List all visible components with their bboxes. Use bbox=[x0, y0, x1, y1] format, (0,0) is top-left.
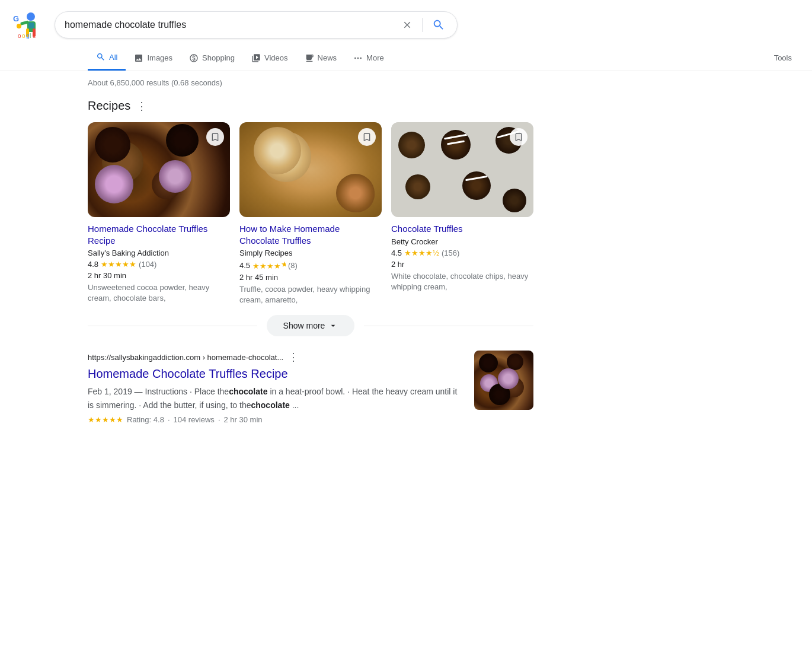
recipes-title: Recipes bbox=[88, 99, 130, 113]
recipe-3-stars: ★★★★½ bbox=[404, 249, 439, 257]
news-tab-icon bbox=[305, 53, 314, 63]
recipe-cards: Homemade Chocolate Truffles Recipe Sally… bbox=[88, 122, 533, 305]
more-tab-icon bbox=[353, 53, 363, 63]
organic-result-1: https://sallysbakingaddiction.com › home… bbox=[88, 351, 533, 424]
recipe-2-review-count: (8) bbox=[288, 261, 298, 270]
tools-button[interactable]: Tools bbox=[766, 46, 800, 69]
recipe-card-1-title[interactable]: Homemade Chocolate Truffles Recipe bbox=[88, 223, 230, 246]
result-snippet-bold2: chocolate bbox=[251, 400, 289, 410]
search-divider bbox=[422, 18, 423, 32]
svg-text:e: e bbox=[33, 33, 36, 39]
recipe-card-2-title[interactable]: How to Make Homemade Chocolate Truffles bbox=[239, 223, 382, 246]
bookmark-btn-2[interactable] bbox=[358, 128, 376, 146]
svg-point-0 bbox=[27, 12, 35, 21]
recipe-3-rating-number: 4.5 bbox=[391, 249, 402, 257]
svg-text:G: G bbox=[13, 14, 19, 23]
svg-text:o: o bbox=[22, 33, 25, 39]
recipe-card-1[interactable]: Homemade Chocolate Truffles Recipe Sally… bbox=[88, 122, 230, 305]
svg-text:o: o bbox=[18, 33, 21, 39]
recipe-card-1-time: 2 hr 30 min bbox=[88, 271, 230, 280]
recipe-card-2-source: Simply Recipes bbox=[239, 249, 382, 257]
shopping-tab-icon bbox=[189, 53, 199, 63]
recipe-card-3[interactable]: Chocolate Truffles Betty Crocker 4.5 ★★★… bbox=[391, 122, 533, 305]
result-snippet-bold1: chocolate bbox=[229, 387, 267, 396]
result-more-options-icon[interactable]: ⋮ bbox=[288, 351, 299, 364]
result-url-text[interactable]: https://sallysbakingaddiction.com › home… bbox=[88, 353, 283, 362]
google-doodle: G o o g l e bbox=[12, 9, 43, 40]
svg-point-5 bbox=[17, 24, 21, 28]
recipe-card-2-image bbox=[239, 122, 382, 217]
recipe-card-1-rating: 4.8 ★★★★★ (104) bbox=[88, 260, 230, 269]
recipe-1-review-count: (104) bbox=[139, 260, 156, 269]
recipe-1-rating-number: 4.8 bbox=[88, 260, 98, 269]
svg-point-14 bbox=[357, 57, 359, 59]
result-separator-1: · bbox=[168, 415, 170, 424]
result-snippet-before: — Instructions · Place the bbox=[132, 387, 229, 396]
recipe-card-1-source: Sally's Baking Addiction bbox=[88, 249, 230, 257]
tab-videos[interactable]: Videos bbox=[243, 46, 296, 70]
recipe-2-stars: ★★★★★ bbox=[252, 260, 286, 270]
result-title[interactable]: Homemade Chocolate Truffles Recipe bbox=[88, 366, 462, 381]
recipe-3-review-count: (156) bbox=[442, 249, 459, 257]
header: G o o g l e bbox=[0, 0, 812, 40]
recipes-section: Recipes ⋮ bbox=[88, 99, 533, 336]
recipe-card-3-rating: 4.5 ★★★★½ (156) bbox=[391, 249, 533, 257]
tab-shopping[interactable]: Shopping bbox=[181, 46, 243, 70]
recipe-card-2-ingredients: Truffle, cocoa powder, heavy whipping cr… bbox=[239, 284, 382, 305]
results-stats: About 6,850,000 results (0.68 seconds) bbox=[88, 78, 533, 87]
organic-result-main: https://sallysbakingaddiction.com › home… bbox=[88, 351, 462, 424]
images-tab-icon bbox=[134, 53, 143, 63]
recipe-card-2-time: 2 hr 45 min bbox=[239, 273, 382, 282]
result-thumbnail[interactable] bbox=[474, 351, 533, 410]
recipe-1-stars: ★★★★★ bbox=[101, 260, 136, 269]
show-more-wrapper: Show more bbox=[88, 315, 533, 336]
show-more-line-left bbox=[88, 326, 257, 326]
recipe-card-3-source: Betty Crocker bbox=[391, 237, 533, 246]
search-bar[interactable] bbox=[55, 11, 458, 39]
result-time-text: 2 hr 30 min bbox=[224, 415, 263, 424]
clear-button[interactable] bbox=[399, 17, 415, 33]
bookmark-btn-1[interactable] bbox=[206, 128, 224, 146]
result-snippet: Feb 1, 2019 — Instructions · Place thech… bbox=[88, 385, 462, 412]
recipe-card-1-image bbox=[88, 122, 230, 217]
tab-all[interactable]: All bbox=[88, 45, 126, 71]
recipe-card-1-info: Homemade Chocolate Truffles Recipe Sally… bbox=[88, 217, 230, 304]
recipe-card-3-time: 2 hr bbox=[391, 260, 533, 269]
recipe-card-3-title[interactable]: Chocolate Truffles bbox=[391, 223, 533, 235]
result-snippet-end: ... bbox=[290, 400, 299, 410]
svg-text:g: g bbox=[26, 33, 30, 39]
videos-tab-icon bbox=[251, 53, 261, 63]
recipe-card-1-ingredients: Unsweetened cocoa powder, heavy cream, c… bbox=[88, 282, 230, 304]
result-url-row: https://sallysbakingaddiction.com › home… bbox=[88, 351, 462, 364]
recipe-card-3-image bbox=[391, 122, 533, 217]
search-tab-icon bbox=[96, 52, 106, 62]
bookmark-btn-3[interactable] bbox=[510, 128, 528, 146]
result-rating-row: ★★★★★ Rating: 4.8 · 104 reviews · 2 hr 3… bbox=[88, 415, 462, 424]
search-input[interactable] bbox=[65, 20, 399, 30]
recipe-2-rating-number: 4.5 bbox=[239, 261, 250, 270]
search-bar-wrapper bbox=[55, 11, 458, 39]
svg-rect-6 bbox=[28, 23, 34, 28]
google-logo[interactable]: G o o g l e bbox=[12, 9, 45, 40]
show-more-button[interactable]: Show more bbox=[267, 315, 355, 336]
tab-images[interactable]: Images bbox=[126, 46, 181, 70]
show-more-label: Show more bbox=[283, 321, 325, 330]
recipes-more-options-icon[interactable]: ⋮ bbox=[136, 100, 147, 113]
svg-point-15 bbox=[360, 57, 362, 59]
result-rating-value: Rating: 4.8 bbox=[127, 415, 164, 424]
recipes-header: Recipes ⋮ bbox=[88, 99, 533, 113]
tab-more[interactable]: More bbox=[345, 46, 392, 70]
result-separator-2: · bbox=[218, 415, 220, 424]
result-thumb-img bbox=[474, 351, 533, 410]
svg-point-13 bbox=[354, 57, 356, 59]
recipe-card-3-ingredients: White chocolate, chocolate chips, heavy … bbox=[391, 271, 533, 292]
recipe-card-2[interactable]: How to Make Homemade Chocolate Truffles … bbox=[239, 122, 382, 305]
result-rating-stars: ★★★★★ bbox=[88, 415, 123, 424]
chevron-down-icon bbox=[328, 321, 338, 330]
search-button[interactable] bbox=[430, 16, 447, 34]
recipe-card-2-rating: 4.5 ★★★★★ (8) bbox=[239, 260, 382, 270]
tab-news[interactable]: News bbox=[296, 46, 346, 70]
nav-tabs: All Images Shopping Videos News More Too… bbox=[0, 45, 812, 71]
svg-text:l: l bbox=[30, 33, 31, 39]
result-review-text: 104 reviews bbox=[174, 415, 215, 424]
